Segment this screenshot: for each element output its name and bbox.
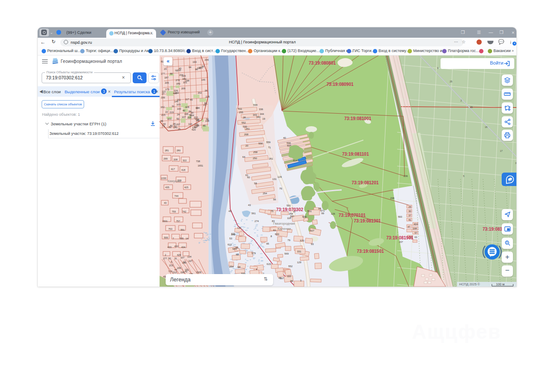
svg-text:96: 96 (204, 102, 207, 105)
svg-text:17: 17 (500, 150, 503, 152)
svg-text:73:19:081201: 73:19:081201 (352, 180, 379, 185)
svg-text:61: 61 (273, 229, 276, 232)
svg-text:180: 180 (182, 78, 186, 80)
svg-text:75: 75 (271, 210, 273, 212)
svg-text:45: 45 (229, 210, 231, 212)
svg-text:154: 154 (179, 74, 183, 76)
svg-text:561: 561 (251, 212, 256, 215)
svg-text:435: 435 (165, 186, 169, 189)
svg-text:103: 103 (176, 103, 180, 106)
svg-text:277: 277 (194, 116, 198, 119)
svg-text:344: 344 (260, 113, 264, 115)
svg-text:27: 27 (162, 92, 164, 95)
svg-text:261: 261 (245, 127, 250, 130)
svg-text:434: 434 (181, 246, 185, 248)
svg-text:107: 107 (182, 116, 186, 118)
svg-text:322: 322 (183, 159, 186, 162)
svg-text:593: 593 (398, 216, 402, 218)
svg-text:7: 7 (173, 237, 174, 240)
svg-text:41: 41 (408, 219, 411, 221)
svg-text:208: 208 (173, 158, 177, 161)
svg-text:254: 254 (263, 192, 267, 195)
svg-text:64: 64 (242, 156, 245, 158)
svg-text:53: 53 (229, 237, 232, 240)
svg-text:19: 19 (262, 118, 265, 120)
svg-text:56: 56 (318, 207, 321, 210)
svg-text:557: 557 (290, 215, 294, 218)
svg-text:418: 418 (181, 169, 185, 171)
svg-text:58: 58 (196, 119, 199, 122)
svg-text:255: 255 (239, 111, 243, 114)
svg-text:277: 277 (163, 257, 167, 260)
svg-text:37: 37 (408, 214, 411, 217)
svg-text:551: 551 (307, 210, 312, 212)
svg-text:14: 14 (186, 237, 188, 240)
svg-text:8: 8 (271, 235, 272, 238)
svg-text:753: 753 (168, 228, 172, 230)
svg-text:33: 33 (515, 162, 516, 164)
svg-text:134: 134 (187, 255, 191, 258)
svg-text:58: 58 (254, 182, 257, 185)
svg-text:1505: 1505 (196, 271, 201, 274)
svg-text:509: 509 (302, 216, 307, 218)
svg-text:93: 93 (311, 243, 313, 245)
svg-text:107: 107 (180, 256, 184, 259)
svg-text:268: 268 (244, 133, 248, 136)
svg-text:237: 237 (399, 241, 403, 243)
svg-text:221: 221 (167, 118, 171, 120)
svg-text:47: 47 (408, 225, 410, 228)
svg-text:198: 198 (180, 271, 184, 274)
svg-text:173: 173 (165, 88, 169, 91)
svg-text:5: 5 (463, 175, 464, 177)
svg-text:742: 742 (182, 210, 186, 213)
svg-text:90: 90 (170, 72, 173, 75)
svg-text:56: 56 (206, 118, 209, 121)
svg-text:610: 610 (228, 243, 232, 246)
svg-text:23: 23 (164, 68, 166, 70)
svg-text:391: 391 (180, 229, 184, 231)
svg-text:212: 212 (173, 271, 176, 274)
svg-text:278: 278 (176, 79, 180, 82)
svg-text:28: 28 (243, 116, 245, 119)
svg-text:1330: 1330 (161, 177, 166, 180)
svg-text:22: 22 (165, 111, 168, 113)
svg-text:26: 26 (470, 106, 473, 108)
svg-text:198: 198 (413, 227, 417, 230)
svg-text:65: 65 (190, 98, 193, 101)
svg-text:40: 40 (183, 109, 185, 112)
svg-text:2: 2 (460, 99, 462, 102)
svg-text:117: 117 (185, 98, 189, 101)
svg-text:556: 556 (258, 142, 263, 145)
svg-text:331: 331 (297, 250, 301, 253)
svg-text:236: 236 (404, 175, 408, 177)
svg-text:129: 129 (278, 176, 282, 178)
svg-text:197: 197 (188, 260, 192, 262)
svg-text:187: 187 (164, 76, 168, 79)
svg-text:599: 599 (164, 236, 168, 239)
svg-text:95: 95 (266, 242, 269, 245)
svg-text:145: 145 (201, 78, 205, 81)
svg-text:238: 238 (390, 197, 394, 199)
svg-text:305: 305 (180, 237, 183, 240)
svg-text:60: 60 (236, 253, 238, 256)
svg-text:63: 63 (415, 236, 417, 238)
svg-text:206: 206 (205, 59, 209, 61)
svg-text:20: 20 (245, 144, 248, 147)
svg-text:759: 759 (172, 210, 176, 213)
svg-text:96: 96 (160, 120, 163, 122)
svg-text:101: 101 (231, 232, 235, 235)
svg-text:99: 99 (321, 212, 324, 215)
svg-text:425: 425 (184, 186, 188, 189)
svg-text:258: 258 (253, 151, 258, 154)
svg-text:199: 199 (161, 96, 165, 99)
svg-text:79: 79 (287, 239, 290, 242)
svg-text:73:19:070101: 73:19:070101 (339, 213, 366, 218)
svg-text:189: 189 (176, 82, 180, 85)
svg-text:420: 420 (192, 128, 196, 131)
svg-text:60: 60 (247, 176, 250, 179)
svg-text:31: 31 (174, 257, 177, 260)
svg-text:73:19:080901: 73:19:080901 (326, 82, 354, 87)
svg-text:162: 162 (160, 106, 164, 108)
svg-text:126: 126 (331, 212, 335, 215)
svg-text:40: 40 (283, 137, 286, 139)
